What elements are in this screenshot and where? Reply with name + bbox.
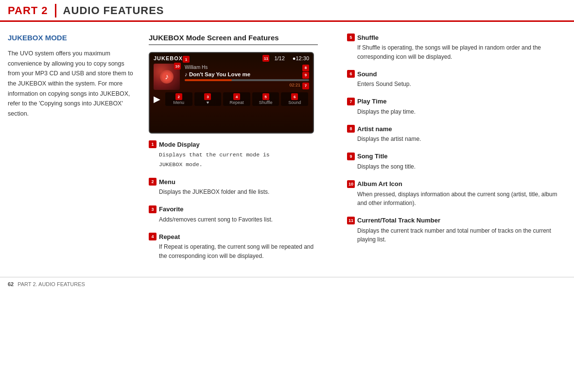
feature-1-badge: 1	[149, 140, 157, 148]
feature-8: 8 Artist name Displays the artist name.	[347, 125, 566, 144]
menu-btn: 2 Menu	[165, 92, 192, 106]
feature-2: 2 Menu Displays the JUKEBOX folder and f…	[149, 178, 318, 197]
feature-8-desc: Displays the artist name.	[347, 135, 566, 144]
marker-5: 5	[262, 93, 269, 100]
header-divider	[55, 4, 56, 17]
screen-track-info: 1/12	[274, 55, 284, 61]
feature-10-name: Album Art Icon	[357, 180, 402, 187]
feature-9-desc: Displays the song title.	[347, 162, 566, 171]
marker-4: 4	[233, 93, 240, 100]
screen-topbar: JUKEBOX 11 1/12 ●12:30	[150, 53, 313, 63]
screen-artist: William Hs	[185, 65, 208, 70]
page-number: 62	[8, 281, 14, 287]
marker-1: 1	[183, 56, 190, 63]
middle-column: JUKEBOX Mode Screen and Features JUKEBOX…	[149, 34, 333, 269]
screen-info: William Hs 8 ♪ Don't Say You Love me 9	[180, 65, 309, 89]
progress-fill	[185, 79, 232, 81]
feature-6-name: Sound	[357, 70, 377, 78]
sound-btn: 6 Sound	[281, 92, 308, 106]
feature-5-name: Shuffle	[357, 34, 379, 41]
feature-7-name: Play Time	[357, 98, 386, 105]
marker-11: 11	[262, 55, 269, 62]
menu-label: Menu	[174, 100, 185, 105]
feature-10-header: 10 Album Art Icon	[347, 180, 566, 188]
page-header: PART 2 AUDIO FEATURES	[0, 0, 574, 22]
marker-1-badge: 1	[183, 56, 190, 63]
left-column: JUKEBOX MODE The UVO system offers you m…	[8, 34, 149, 269]
feature-9-name: Song Title	[357, 153, 388, 160]
feature-1-name: Mode Display	[159, 141, 200, 148]
feature-9-badge: 9	[347, 153, 355, 160]
screen-body: 10 ♪ William Hs 8 ♪ Don't Say You Love m…	[150, 64, 313, 90]
feature-10: 10 Album Art Icon When pressed, displays…	[347, 180, 566, 208]
shuffle-label: Shuffle	[259, 100, 273, 105]
marker-10: 10	[174, 63, 181, 69]
marker-2: 2	[175, 93, 182, 100]
feature-11: 11 Current/Total Track Number Displays t…	[347, 217, 566, 244]
music-note-icon: ♪	[165, 72, 169, 81]
play-time-row: 02:21 7	[185, 83, 309, 89]
page-footer: 62 PART 2. AUDIO FEATURES	[0, 277, 574, 291]
feature-5-header: 5 Shuffle	[347, 34, 566, 41]
repeat-btn: 4 Repeat	[223, 92, 250, 106]
feature-2-name: Menu	[159, 178, 175, 186]
feature-6-desc: Enters Sound Setup.	[347, 80, 566, 89]
feature-3: 3 Favorite Adds/removes current song to …	[149, 205, 318, 224]
main-content: JUKEBOX MODE The UVO system offers you m…	[0, 22, 574, 273]
feature-10-desc: When pressed, displays information about…	[347, 190, 566, 208]
screen-song: ♪ Don't Say You Love me	[185, 71, 250, 77]
feature-7: 7 Play Time Displays the play time.	[347, 98, 566, 117]
marker-7: 7	[302, 83, 309, 89]
feature-5-desc: If Shuffle is operating, the songs will …	[347, 43, 566, 61]
feature-6: 6 Sound Enters Sound Setup.	[347, 70, 566, 89]
marker-9: 9	[302, 72, 309, 79]
feature-5: 5 Shuffle If Shuffle is operating, the s…	[347, 34, 566, 61]
feature-2-badge: 2	[149, 178, 157, 186]
feature-3-badge: 3	[149, 205, 157, 213]
favorite-icon: ♥	[207, 100, 209, 105]
feature-1-desc: Displays that the current mode isJUKEBOX…	[149, 150, 318, 169]
marker-3: 3	[204, 93, 211, 100]
jukebox-screen: JUKEBOX 11 1/12 ●12:30 1 10	[149, 52, 314, 134]
header-title: AUDIO FEATURES	[63, 4, 164, 17]
feature-2-desc: Displays the JUKEBOX folder and file lis…	[149, 187, 318, 197]
feature-4-name: Repeat	[159, 233, 180, 240]
feature-9: 9 Song Title Displays the song title.	[347, 153, 566, 171]
feature-5-badge: 5	[347, 34, 355, 41]
feature-2-header: 2 Menu	[149, 178, 318, 186]
favorite-btn: 3 ♥	[194, 92, 222, 106]
feature-11-desc: Displays the current track number and to…	[347, 226, 566, 244]
feature-8-name: Artist name	[357, 125, 392, 133]
feature-3-name: Favorite	[159, 205, 184, 213]
feature-11-header: 11 Current/Total Track Number	[347, 217, 566, 224]
feature-4-desc: If Repeat is operating, the current song…	[149, 242, 318, 260]
feature-3-desc: Adds/removes current song to Favorites l…	[149, 215, 318, 224]
sound-label: Sound	[288, 100, 301, 105]
marker-8: 8	[302, 65, 309, 71]
play-icon: ▶	[154, 94, 160, 104]
feature-3-header: 3 Favorite	[149, 205, 318, 213]
play-time: 02:21	[289, 83, 300, 89]
screen-clock: ●12:30	[293, 55, 309, 61]
feature-11-name: Current/Total Track Number	[357, 217, 440, 224]
feature-7-header: 7 Play Time	[347, 98, 566, 105]
feature-8-header: 8 Artist name	[347, 125, 566, 133]
mid-section-title: JUKEBOX Mode Screen and Features	[149, 34, 318, 45]
screen-label: JUKEBOX	[154, 55, 183, 61]
album-art: 10 ♪	[154, 64, 180, 90]
feature-1-header: 1 Mode Display	[149, 140, 318, 148]
part-label: PART 2	[8, 4, 48, 17]
feature-7-desc: Displays the play time.	[347, 107, 566, 117]
feature-7-badge: 7	[347, 98, 355, 105]
feature-6-header: 6 Sound	[347, 70, 566, 78]
feature-11-badge: 11	[347, 217, 355, 224]
repeat-label: Repeat	[229, 100, 244, 105]
feature-8-badge: 8	[347, 125, 355, 133]
left-section-title: JUKEBOX MODE	[8, 34, 137, 42]
shuffle-btn: 5 Shuffle	[252, 92, 279, 106]
feature-4-header: 4 Repeat	[149, 233, 318, 240]
album-art-inner: ♪	[160, 70, 174, 84]
feature-10-badge: 10	[347, 180, 355, 188]
feature-4: 4 Repeat If Repeat is operating, the cur…	[149, 233, 318, 260]
marker-6: 6	[291, 93, 298, 100]
